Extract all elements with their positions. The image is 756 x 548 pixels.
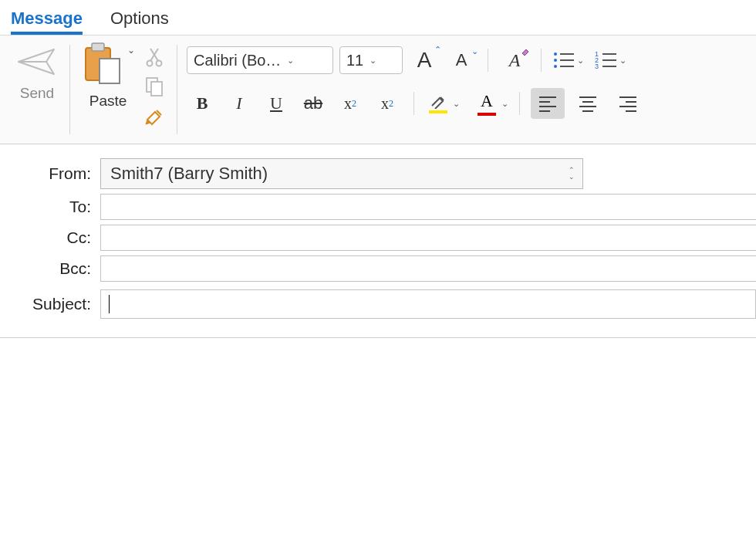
- cc-label: Cc:: [0, 228, 100, 247]
- subject-label: Subject:: [0, 295, 100, 313]
- group-font: Calibri (Bo… ⌄ 11 ⌄ A ⌃ A ⌄ A: [177, 36, 751, 144]
- highlight-dropdown[interactable]: ⌄: [453, 99, 460, 109]
- font-size-combo[interactable]: 11 ⌄: [339, 46, 403, 74]
- separator: [519, 92, 520, 115]
- paste-label: Paste: [89, 93, 127, 110]
- svg-rect-2: [100, 59, 120, 83]
- align-left-icon: [538, 95, 558, 112]
- caret-down-icon: ⌄: [471, 46, 478, 56]
- separator: [413, 92, 414, 115]
- format-painter-button[interactable]: [144, 105, 166, 127]
- grow-font-button[interactable]: A ⌃: [409, 46, 440, 74]
- chevron-down-icon[interactable]: ⌄: [577, 56, 584, 66]
- strikethrough-button[interactable]: ab: [298, 90, 329, 117]
- chevron-down-icon[interactable]: ⌄: [619, 56, 626, 66]
- tab-message[interactable]: Message: [11, 4, 83, 35]
- send-icon: [15, 46, 59, 77]
- subject-input[interactable]: [100, 289, 756, 319]
- cc-input[interactable]: [100, 225, 756, 251]
- to-label: To:: [0, 198, 100, 216]
- numbered-list-icon: 1 2 3: [595, 50, 618, 70]
- bullet-list-button[interactable]: ⌄: [552, 50, 584, 70]
- copy-button[interactable]: [144, 76, 166, 97]
- svg-rect-6: [151, 82, 162, 96]
- message-body[interactable]: [0, 338, 756, 539]
- superscript-button[interactable]: x2: [372, 90, 403, 117]
- svg-point-9: [554, 59, 557, 62]
- from-select[interactable]: Smith7 (Barry Smith) ⌃⌄: [100, 158, 583, 189]
- subscript-button[interactable]: x2: [335, 90, 366, 117]
- italic-button[interactable]: I: [224, 90, 255, 117]
- from-label: From:: [0, 164, 100, 183]
- paste-button[interactable]: ⌄ Paste: [81, 42, 135, 110]
- paste-icon: [81, 42, 124, 86]
- align-right-button[interactable]: [611, 88, 645, 119]
- stepper-icon: ⌃⌄: [569, 167, 575, 181]
- font-size-value: 11: [346, 52, 363, 69]
- tab-options[interactable]: Options: [110, 4, 169, 35]
- font-name-combo[interactable]: Calibri (Bo… ⌄: [187, 46, 333, 74]
- from-value: Smith7 (Barry Smith): [110, 164, 268, 184]
- shrink-font-button[interactable]: A ⌄: [446, 46, 477, 74]
- header-fields: From: Smith7 (Barry Smith) ⌃⌄ To: Cc: Bc…: [0, 144, 756, 338]
- to-input[interactable]: [100, 194, 756, 220]
- font-color-button[interactable]: A: [474, 91, 500, 116]
- bullet-list-icon: [552, 50, 575, 70]
- font-color-swatch: [478, 113, 496, 116]
- grow-font-icon: A: [417, 48, 432, 73]
- group-send: Send: [5, 36, 69, 144]
- ribbon: Send ⌄ Paste: [0, 36, 756, 144]
- highlight-swatch: [429, 110, 447, 113]
- separator: [541, 49, 542, 72]
- svg-point-11: [554, 65, 557, 68]
- bold-button[interactable]: B: [187, 90, 218, 117]
- eraser-icon: [521, 48, 530, 57]
- svg-rect-1: [92, 43, 104, 51]
- clear-formatting-button[interactable]: A: [499, 46, 530, 74]
- chevron-down-icon: ⌄: [370, 56, 376, 66]
- chevron-down-icon: ⌄: [287, 56, 294, 66]
- align-left-button[interactable]: [531, 88, 565, 119]
- underline-button[interactable]: U: [261, 90, 292, 117]
- separator: [488, 49, 488, 72]
- shrink-font-icon: A: [456, 50, 467, 70]
- align-center-button[interactable]: [571, 88, 605, 119]
- text-cursor: [109, 295, 110, 313]
- send-button[interactable]: Send: [15, 42, 59, 102]
- bcc-label: Bcc:: [0, 259, 100, 278]
- svg-text:3: 3: [595, 63, 599, 70]
- font-color-icon: A: [481, 91, 493, 111]
- font-color-dropdown[interactable]: ⌄: [501, 99, 508, 109]
- paste-dropdown[interactable]: ⌄: [127, 45, 135, 56]
- svg-point-7: [554, 52, 557, 56]
- align-right-icon: [618, 95, 638, 112]
- ribbon-tabs: Message Options: [0, 0, 756, 36]
- font-name-value: Calibri (Bo…: [194, 52, 281, 69]
- align-center-icon: [578, 95, 598, 112]
- highlighter-icon: [429, 93, 447, 109]
- highlight-color-button[interactable]: [425, 93, 451, 113]
- bcc-input[interactable]: [100, 255, 756, 282]
- svg-point-3: [147, 61, 153, 66]
- group-clipboard: ⌄ Paste: [70, 36, 177, 144]
- caret-up-icon: ⌃: [434, 45, 441, 55]
- clear-format-icon: A: [509, 50, 521, 71]
- numbered-list-button[interactable]: 1 2 3 ⌄: [595, 50, 626, 70]
- cut-button[interactable]: [144, 46, 166, 68]
- send-label: Send: [20, 85, 54, 102]
- svg-point-4: [157, 61, 162, 66]
